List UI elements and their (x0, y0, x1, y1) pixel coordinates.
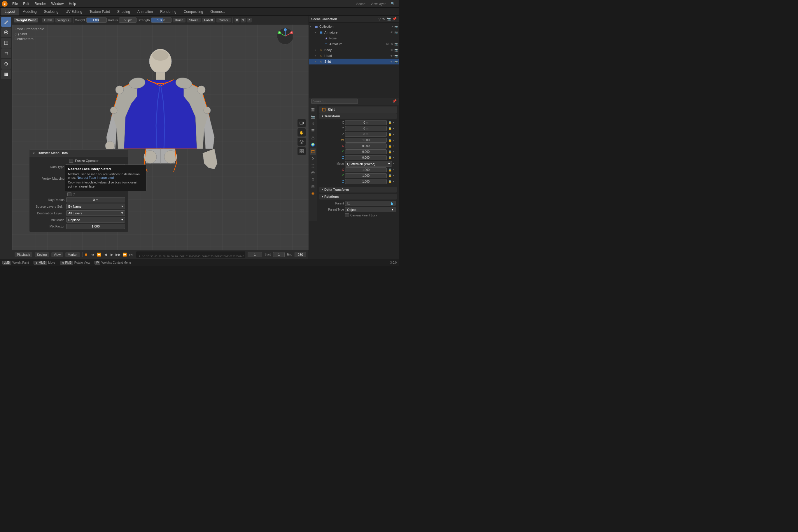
outliner-item-collection[interactable]: ▾ ▦ Collection ✓ 📷 (309, 24, 399, 30)
armature-nested-camera-icon[interactable]: 📷 (394, 43, 398, 46)
props-object-icon[interactable] (310, 149, 316, 155)
menu-render[interactable]: Render (32, 1, 48, 6)
body-eye-icon[interactable]: 👁 (391, 49, 394, 52)
grid-view-tool[interactable] (298, 147, 306, 155)
radius-input[interactable]: 50 px (119, 18, 136, 23)
transform-header[interactable]: ▾ Transform (319, 113, 397, 119)
blur-tool-button[interactable] (1, 27, 11, 37)
props-world-icon[interactable]: 🌍 (310, 141, 316, 148)
lock-rz-icon[interactable]: 🔒 (388, 156, 392, 159)
mix-factor-input[interactable]: 1.000 (66, 224, 125, 229)
falloff-dropdown[interactable]: Falloff (202, 18, 215, 22)
tab-shading[interactable]: Shading (114, 7, 134, 16)
outliner-filter-icon[interactable]: ▽ (378, 17, 381, 21)
delta-transform-header[interactable]: ▸ Delta Transform (319, 187, 397, 192)
outliner-item-armature-nested[interactable]: ☰ Armature 65 👁 📷 (309, 41, 399, 47)
lock-sz-icon[interactable]: 🔒 (388, 180, 392, 183)
props-scene-icon[interactable]: 🎬 (310, 107, 316, 113)
play-reverse-button[interactable]: ▶ (109, 252, 115, 258)
lock-rx-icon[interactable]: 🔒 (388, 145, 392, 148)
mix-mode-select[interactable]: Replace ▾ (66, 217, 125, 223)
props-modifier-icon[interactable] (310, 155, 316, 162)
z-axis-btn[interactable]: Z (247, 18, 252, 22)
timeline-area[interactable]: 1 10 20 30 40 50 60 70 80 90 100 110 120… (136, 251, 245, 258)
viewport-gizmo[interactable]: Z X Y (277, 27, 294, 45)
menu-help[interactable]: Help (66, 1, 78, 6)
x-axis-btn[interactable]: X (234, 18, 240, 22)
camera-parent-lock-checkbox[interactable] (345, 213, 349, 217)
tab-modeling[interactable]: Modeling (19, 7, 40, 16)
location-y-value[interactable]: 0 m (345, 126, 387, 131)
outliner-item-armature-top[interactable]: ▾ ☰ Armature 👁 📷 (309, 30, 399, 35)
outliner-eye-icon[interactable]: 👁 (382, 17, 385, 21)
keying-menu[interactable]: Keying (35, 252, 49, 257)
tab-texture-paint[interactable]: Texture Paint (86, 7, 113, 16)
stroke-dropdown[interactable]: Stroke (187, 18, 201, 22)
blender-logo-icon[interactable]: B (2, 1, 7, 7)
cursor-dropdown[interactable]: Cursor (216, 18, 231, 22)
draw-tool-button[interactable] (1, 17, 11, 27)
average-tool-button[interactable] (1, 38, 11, 48)
outliner-camera-icon[interactable]: 📷 (387, 17, 391, 21)
lock-z-icon[interactable]: 🔒 (388, 133, 392, 136)
camera-tool[interactable] (298, 119, 306, 127)
props-search-input[interactable] (311, 99, 358, 104)
outliner-item-pose[interactable]: ♟ Pose (309, 35, 399, 41)
next-keyframe-button[interactable]: ▶▶ (115, 252, 121, 258)
menu-edit[interactable]: Edit (21, 1, 32, 6)
props-physics-icon[interactable] (310, 169, 316, 176)
freeze-operator-checkbox[interactable] (69, 159, 73, 163)
lock-ry-icon[interactable]: 🔒 (388, 150, 392, 153)
props-scene2-icon[interactable] (310, 134, 316, 141)
smear-tool-button[interactable] (1, 49, 11, 58)
current-frame-input[interactable]: 1 (248, 252, 262, 257)
props-pin-icon[interactable]: 📌 (392, 99, 397, 103)
rotation-x-value[interactable]: 0.000 (345, 144, 387, 149)
tab-compositing[interactable]: Compositing (180, 7, 207, 16)
step-forward-button[interactable]: ⏩ (121, 252, 128, 258)
rotation-y-value[interactable]: 0.000 (345, 149, 387, 154)
gradient-tool-button[interactable] (1, 70, 11, 79)
ray-radius-input[interactable]: 0 m (66, 197, 125, 203)
parent-input[interactable]: 💧 (345, 201, 396, 206)
rotation-mode-dropdown[interactable]: Quaternion (WXYZ) ▾ (345, 161, 392, 167)
props-data-icon[interactable] (310, 184, 316, 190)
tab-sculpting[interactable]: Sculpting (40, 7, 62, 16)
outliner-item-shirt[interactable]: ▸ ▽ Shirt 👁 📷 (309, 59, 399, 64)
props-particles-icon[interactable] (310, 163, 316, 169)
relations-header[interactable]: ▾ Relations (319, 194, 397, 200)
scale-y-value[interactable]: 1.000 (345, 173, 387, 178)
transfer-panel-header[interactable]: ▼ Transfer Mesh Data (30, 150, 128, 157)
armature-top-eye-icon[interactable]: 👁 (391, 31, 394, 34)
outliner-item-body[interactable]: ▸ ▽ Body 👁 📷 (309, 47, 399, 53)
scale-z-value[interactable]: 1.000 (345, 179, 387, 184)
brush-dropdown[interactable]: Brush (173, 18, 186, 22)
menu-window[interactable]: Window (49, 1, 66, 6)
rotation-w-value[interactable]: 1.000 (345, 138, 387, 142)
viewport-3d[interactable]: Front Orthographic (1) Shirt Centimeters (12, 24, 309, 250)
location-z-value[interactable]: 0 m (345, 132, 387, 137)
step-back-button[interactable]: ⏪ (96, 252, 102, 258)
playback-menu[interactable]: Playback (15, 252, 32, 257)
props-view-layer-icon[interactable] (310, 128, 316, 134)
tab-geom[interactable]: Geome... (207, 7, 228, 16)
shirt-camera-icon[interactable]: 📷 (394, 60, 398, 63)
props-output-icon[interactable]: 🖨 (310, 120, 316, 127)
outliner-item-head[interactable]: ▸ ▽ Head 👁 📷 (309, 53, 399, 59)
weight-input[interactable]: 1.000 (86, 18, 107, 23)
hand-tool[interactable]: ✋ (298, 128, 306, 136)
shirt-eye-icon[interactable]: 👁 (391, 60, 394, 63)
outliner-pin-icon[interactable]: 📌 (392, 17, 397, 21)
menu-file[interactable]: File (10, 1, 20, 6)
head-camera-icon[interactable]: 📷 (394, 54, 398, 57)
destination-layer-select[interactable]: All Layers ▾ (66, 210, 125, 216)
prev-keyframe-button[interactable]: ◀ (102, 252, 108, 258)
scale-x-value[interactable]: 1.000 (345, 167, 387, 172)
tab-layout[interactable]: Layout (1, 7, 19, 16)
props-material-icon[interactable] (310, 190, 316, 197)
camera2-tool[interactable] (298, 138, 306, 146)
lock-y-icon[interactable]: 🔒 (388, 127, 392, 130)
parent-eyedropper-icon[interactable]: 💧 (390, 202, 394, 205)
tab-animation[interactable]: Animation (134, 7, 156, 16)
collection-render-icon[interactable]: 📷 (394, 25, 398, 28)
